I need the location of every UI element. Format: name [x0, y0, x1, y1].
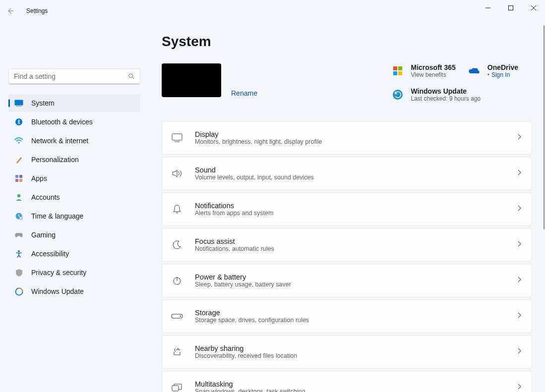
- gaming-icon: [14, 230, 23, 239]
- power-icon: [171, 275, 183, 286]
- tile-sub: Notifications, automatic rules: [195, 245, 505, 252]
- chevron-right-icon: [517, 205, 522, 214]
- svg-rect-16: [398, 66, 402, 70]
- tile-sub: Monitors, brightness, night light, displ…: [195, 138, 505, 145]
- chevron-right-icon: [517, 383, 522, 392]
- sound-icon: [171, 168, 183, 179]
- rename-link[interactable]: Rename: [231, 89, 257, 97]
- tile-title: Display: [195, 130, 505, 138]
- search-icon: [128, 73, 135, 80]
- share-icon: [171, 346, 183, 358]
- sidebar-item-label: Windows Update: [31, 287, 84, 295]
- system-icon: [14, 99, 23, 108]
- sidebar-item-windows-update[interactable]: Windows Update: [8, 282, 140, 300]
- privacy-icon: [14, 268, 23, 277]
- svg-point-13: [18, 250, 20, 252]
- tile-sub: Discoverability, received files location: [195, 352, 505, 359]
- chevron-right-icon: [517, 240, 522, 249]
- sidebar-item-label: Privacy & security: [31, 269, 86, 277]
- svg-point-10: [17, 194, 20, 197]
- sidebar-item-label: System: [31, 99, 55, 107]
- tile-sub: Sleep, battery usage, battery saver: [195, 281, 505, 288]
- tile-power-battery[interactable]: Power & battery Sleep, battery usage, ba…: [162, 264, 532, 297]
- brush-icon: [14, 155, 23, 164]
- card-windows-update[interactable]: Windows Update Last checked: 9 hours ago: [391, 87, 533, 102]
- sidebar-item-accessibility[interactable]: Accessibility: [8, 245, 140, 263]
- sidebar-item-label: Network & internet: [31, 137, 88, 145]
- svg-point-19: [393, 90, 403, 100]
- tile-title: Power & battery: [195, 273, 505, 281]
- page-title: System: [162, 34, 532, 50]
- system-header-row: Rename Microsoft 365 View benefits: [162, 63, 532, 102]
- microsoft-365-icon: [391, 64, 404, 77]
- sidebar-item-bluetooth-devices[interactable]: Bluetooth & devices: [8, 113, 140, 131]
- time-icon: [14, 212, 23, 221]
- chevron-right-icon: [517, 276, 522, 285]
- tile-sub: Snap windows, desktops, task switching: [195, 388, 505, 392]
- sidebar-item-time-language[interactable]: Time & language: [8, 207, 140, 225]
- tile-title: Multitasking: [195, 380, 505, 388]
- tile-sound[interactable]: Sound Volume levels, output, input, soun…: [162, 157, 532, 190]
- svg-rect-8: [15, 179, 18, 182]
- back-button[interactable]: [0, 0, 21, 22]
- tile-sub: Storage space, drives, configuration rul…: [195, 317, 505, 324]
- card-microsoft-365[interactable]: Microsoft 365 View benefits: [391, 63, 456, 78]
- sidebar-item-label: Gaming: [31, 231, 56, 239]
- bluetooth-icon: [14, 117, 23, 126]
- sidebar-item-label: Time & language: [31, 212, 83, 220]
- update-icon: [14, 287, 23, 296]
- account-icon: [14, 193, 23, 202]
- svg-rect-18: [398, 71, 402, 75]
- svg-point-1: [129, 74, 133, 78]
- tile-nearby-sharing[interactable]: Nearby sharing Discoverability, received…: [162, 335, 532, 369]
- search-input[interactable]: [14, 72, 128, 80]
- tile-title: Notifications: [195, 202, 505, 210]
- bell-icon: [171, 203, 183, 215]
- minimize-button[interactable]: [477, 0, 499, 16]
- sidebar-item-accounts[interactable]: Accounts: [8, 188, 140, 206]
- sidebar-item-label: Apps: [31, 174, 47, 182]
- minimize-icon: [485, 5, 490, 10]
- close-button[interactable]: [522, 0, 545, 16]
- storage-icon: [171, 310, 183, 322]
- scrollbar-thumb[interactable]: [544, 25, 545, 229]
- tile-display[interactable]: Display Monitors, brightness, night ligh…: [162, 121, 532, 155]
- tile-sub: Alerts from apps and system: [195, 210, 505, 217]
- apps-icon: [14, 174, 23, 183]
- tile-title: Storage: [195, 309, 505, 317]
- onedrive-icon: [468, 64, 481, 77]
- sidebar-item-label: Bluetooth & devices: [31, 118, 93, 126]
- titlebar: Settings: [0, 0, 545, 22]
- tile-sub: Volume levels, output, input, sound devi…: [195, 174, 505, 181]
- sidebar-item-personalization[interactable]: Personalization: [8, 151, 140, 168]
- card-title: Windows Update: [411, 87, 481, 95]
- svg-rect-17: [393, 71, 397, 75]
- tile-focus-assist[interactable]: Focus assist Notifications, automatic ru…: [162, 228, 532, 262]
- card-onedrive[interactable]: OneDrive Sign In: [468, 63, 532, 78]
- sidebar-item-label: Accounts: [31, 193, 60, 201]
- main-content: System Rename Microsoft 365 View be: [149, 22, 545, 392]
- maximize-button[interactable]: [499, 0, 522, 16]
- sidebar-item-gaming[interactable]: Gaming: [8, 226, 140, 244]
- sidebar-item-apps[interactable]: Apps: [8, 169, 140, 187]
- chevron-right-icon: [517, 347, 522, 356]
- tile-notifications[interactable]: Notifications Alerts from apps and syste…: [162, 192, 532, 226]
- sidebar-item-network-internet[interactable]: Network & internet: [8, 132, 140, 150]
- sidebar-item-privacy-security[interactable]: Privacy & security: [8, 264, 140, 281]
- svg-rect-7: [19, 175, 22, 178]
- search-box[interactable]: [8, 68, 140, 84]
- tile-storage[interactable]: Storage Storage space, drives, configura…: [162, 299, 532, 333]
- sidebar-item-system[interactable]: System: [8, 94, 140, 112]
- svg-rect-0: [509, 6, 513, 10]
- display-icon: [171, 132, 183, 144]
- card-sub[interactable]: Sign In: [487, 71, 518, 78]
- svg-rect-6: [15, 175, 18, 178]
- wifi-icon: [14, 136, 23, 145]
- tile-title: Focus assist: [195, 237, 505, 245]
- tile-multitasking[interactable]: Multitasking Snap windows, desktops, tas…: [162, 371, 532, 392]
- tile-title: Nearby sharing: [195, 344, 505, 352]
- svg-point-5: [18, 142, 19, 143]
- pc-thumbnail: [162, 63, 221, 97]
- sidebar-item-label: Personalization: [31, 156, 79, 164]
- svg-rect-3: [16, 106, 22, 107]
